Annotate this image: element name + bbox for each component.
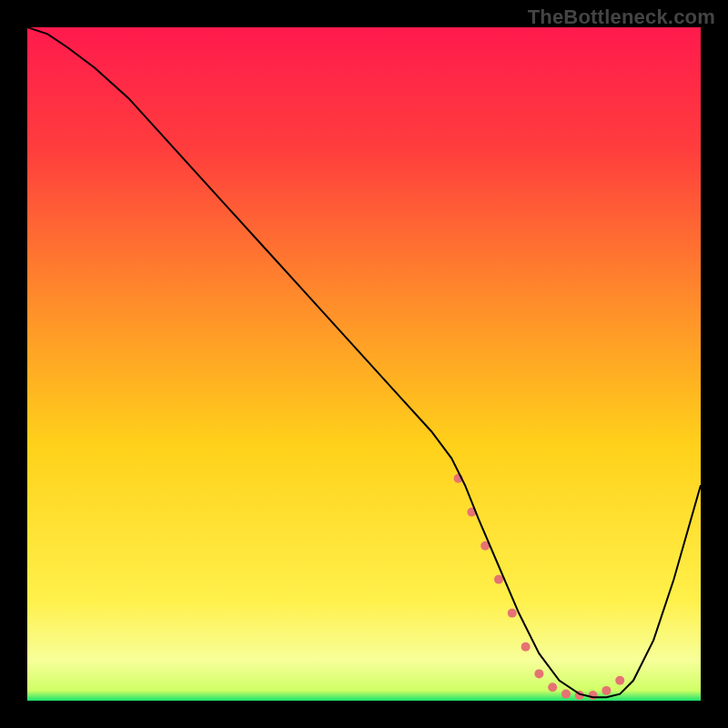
valley-dot: [602, 686, 611, 695]
valley-dot: [534, 669, 543, 678]
plot-area: [27, 27, 701, 701]
gradient-background: [27, 27, 701, 701]
valley-dot: [548, 682, 557, 692]
valley-dot: [521, 642, 531, 652]
valley-dot: [589, 691, 598, 700]
chart-canvas: [27, 27, 701, 701]
valley-dot: [508, 609, 517, 618]
valley-dot: [615, 676, 624, 685]
valley-dot: [494, 575, 503, 584]
valley-dot: [561, 690, 571, 699]
chart-frame: TheBottleneck.com: [0, 0, 728, 728]
watermark-text: TheBottleneck.com: [528, 5, 715, 29]
